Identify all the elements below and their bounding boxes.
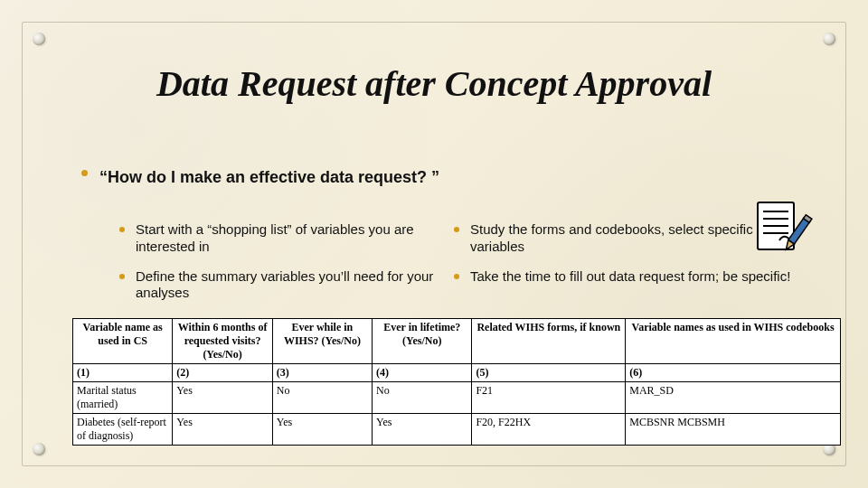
lead-question: “How do I make an effective data request…	[99, 167, 461, 188]
table-cell: F21	[472, 382, 626, 414]
bullet-column-left: Start with a “shopping list” of variable…	[136, 221, 434, 314]
table-header: Within 6 months of requested visits? (Ye…	[173, 319, 272, 364]
bullet-dot	[81, 170, 88, 176]
corner-dot	[33, 443, 45, 455]
bullet-item: Start with a “shopping list” of variable…	[136, 221, 434, 256]
table-colnum: (3)	[272, 364, 372, 382]
table-cell: Marital status (married)	[73, 382, 173, 414]
corner-dot	[33, 33, 45, 45]
table-header: Ever while in WIHS? (Yes/No)	[272, 319, 372, 364]
table-colnum: (1)	[73, 364, 173, 382]
table-cell: Yes	[173, 382, 272, 414]
table-cell: No	[272, 382, 372, 414]
table-cell: F20, F22HX	[472, 414, 626, 446]
table-row: Marital status (married) Yes No No F21 M…	[73, 382, 841, 414]
table-cell: Yes	[173, 414, 272, 446]
bullet-item: Take the time to fill out data request f…	[470, 268, 805, 286]
table-header: Ever in lifetime? (Yes/No)	[373, 319, 472, 364]
slide-title: Data Request after Concept Approval	[0, 63, 868, 105]
table-cell: MAR_SD	[626, 382, 841, 414]
table-colnum-row: (1) (2) (3) (4) (5) (6)	[73, 364, 841, 382]
table-header-row: Variable name as used in CS Within 6 mon…	[73, 319, 841, 364]
table-cell: No	[373, 382, 472, 414]
table-header: Variable name as used in CS	[73, 319, 173, 364]
table-row: Diabetes (self-report of diagnosis) Yes …	[73, 414, 841, 446]
table-cell: Yes	[272, 414, 372, 446]
corner-dot	[823, 33, 835, 45]
form-pen-icon	[750, 197, 814, 260]
table-header: Variable names as used in WIHS codebooks	[626, 319, 841, 364]
table-colnum: (6)	[626, 364, 841, 382]
table-colnum: (5)	[472, 364, 626, 382]
table-colnum: (2)	[173, 364, 272, 382]
table-cell: Diabetes (self-report of diagnosis)	[73, 414, 173, 446]
table-cell: Yes	[373, 414, 472, 446]
table-cell: MCBSNR MCBSMH	[626, 414, 841, 446]
bullet-item: Define the summary variables you’ll need…	[136, 268, 434, 303]
table-colnum: (4)	[373, 364, 472, 382]
variable-table: Variable name as used in CS Within 6 mon…	[72, 318, 841, 446]
table-header: Related WIHS forms, if known	[472, 319, 626, 364]
